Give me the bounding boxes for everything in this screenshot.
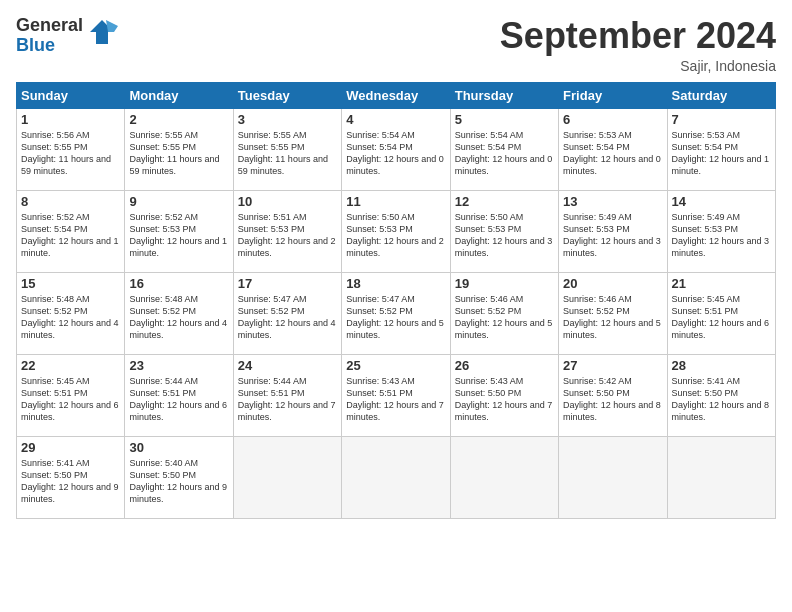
table-row: 18Sunrise: 5:47 AMSunset: 5:52 PMDayligh… <box>342 272 450 354</box>
day-number: 17 <box>238 276 337 291</box>
table-row: 19Sunrise: 5:46 AMSunset: 5:52 PMDayligh… <box>450 272 558 354</box>
table-row: 5Sunrise: 5:54 AMSunset: 5:54 PMDaylight… <box>450 108 558 190</box>
table-row: 11Sunrise: 5:50 AMSunset: 5:53 PMDayligh… <box>342 190 450 272</box>
day-number: 20 <box>563 276 662 291</box>
table-row: 29Sunrise: 5:41 AMSunset: 5:50 PMDayligh… <box>17 436 125 518</box>
col-thursday: Thursday <box>450 82 558 108</box>
day-number: 19 <box>455 276 554 291</box>
day-number: 30 <box>129 440 228 455</box>
col-friday: Friday <box>559 82 667 108</box>
day-number: 18 <box>346 276 445 291</box>
calendar-week-2: 8Sunrise: 5:52 AMSunset: 5:54 PMDaylight… <box>17 190 776 272</box>
day-number: 23 <box>129 358 228 373</box>
day-info: Sunrise: 5:42 AMSunset: 5:50 PMDaylight:… <box>563 375 662 424</box>
table-row: 17Sunrise: 5:47 AMSunset: 5:52 PMDayligh… <box>233 272 341 354</box>
table-row: 21Sunrise: 5:45 AMSunset: 5:51 PMDayligh… <box>667 272 775 354</box>
table-row: 8Sunrise: 5:52 AMSunset: 5:54 PMDaylight… <box>17 190 125 272</box>
table-row: 7Sunrise: 5:53 AMSunset: 5:54 PMDaylight… <box>667 108 775 190</box>
table-row <box>342 436 450 518</box>
table-row: 26Sunrise: 5:43 AMSunset: 5:50 PMDayligh… <box>450 354 558 436</box>
logo-blue: Blue <box>16 35 55 55</box>
day-info: Sunrise: 5:45 AMSunset: 5:51 PMDaylight:… <box>672 293 771 342</box>
day-info: Sunrise: 5:41 AMSunset: 5:50 PMDaylight:… <box>21 457 120 506</box>
day-number: 2 <box>129 112 228 127</box>
table-row: 1Sunrise: 5:56 AMSunset: 5:55 PMDaylight… <box>17 108 125 190</box>
table-row: 13Sunrise: 5:49 AMSunset: 5:53 PMDayligh… <box>559 190 667 272</box>
table-row <box>233 436 341 518</box>
day-number: 4 <box>346 112 445 127</box>
day-info: Sunrise: 5:44 AMSunset: 5:51 PMDaylight:… <box>129 375 228 424</box>
day-number: 12 <box>455 194 554 209</box>
calendar-week-3: 15Sunrise: 5:48 AMSunset: 5:52 PMDayligh… <box>17 272 776 354</box>
day-info: Sunrise: 5:50 AMSunset: 5:53 PMDaylight:… <box>455 211 554 260</box>
table-row: 16Sunrise: 5:48 AMSunset: 5:52 PMDayligh… <box>125 272 233 354</box>
calendar-week-1: 1Sunrise: 5:56 AMSunset: 5:55 PMDaylight… <box>17 108 776 190</box>
table-row: 4Sunrise: 5:54 AMSunset: 5:54 PMDaylight… <box>342 108 450 190</box>
day-info: Sunrise: 5:48 AMSunset: 5:52 PMDaylight:… <box>129 293 228 342</box>
calendar-week-5: 29Sunrise: 5:41 AMSunset: 5:50 PMDayligh… <box>17 436 776 518</box>
table-row: 3Sunrise: 5:55 AMSunset: 5:55 PMDaylight… <box>233 108 341 190</box>
table-row: 22Sunrise: 5:45 AMSunset: 5:51 PMDayligh… <box>17 354 125 436</box>
day-number: 10 <box>238 194 337 209</box>
day-info: Sunrise: 5:41 AMSunset: 5:50 PMDaylight:… <box>672 375 771 424</box>
day-info: Sunrise: 5:52 AMSunset: 5:53 PMDaylight:… <box>129 211 228 260</box>
table-row: 28Sunrise: 5:41 AMSunset: 5:50 PMDayligh… <box>667 354 775 436</box>
col-saturday: Saturday <box>667 82 775 108</box>
day-number: 3 <box>238 112 337 127</box>
table-row: 25Sunrise: 5:43 AMSunset: 5:51 PMDayligh… <box>342 354 450 436</box>
day-number: 24 <box>238 358 337 373</box>
day-number: 22 <box>21 358 120 373</box>
day-info: Sunrise: 5:48 AMSunset: 5:52 PMDaylight:… <box>21 293 120 342</box>
day-number: 5 <box>455 112 554 127</box>
day-number: 8 <box>21 194 120 209</box>
table-row: 27Sunrise: 5:42 AMSunset: 5:50 PMDayligh… <box>559 354 667 436</box>
day-number: 21 <box>672 276 771 291</box>
header: General Blue September 2024 Sajir, Indon… <box>16 16 776 74</box>
day-number: 15 <box>21 276 120 291</box>
day-info: Sunrise: 5:56 AMSunset: 5:55 PMDaylight:… <box>21 129 120 178</box>
day-number: 6 <box>563 112 662 127</box>
day-number: 27 <box>563 358 662 373</box>
day-info: Sunrise: 5:47 AMSunset: 5:52 PMDaylight:… <box>238 293 337 342</box>
col-wednesday: Wednesday <box>342 82 450 108</box>
day-info: Sunrise: 5:52 AMSunset: 5:54 PMDaylight:… <box>21 211 120 260</box>
day-number: 1 <box>21 112 120 127</box>
day-info: Sunrise: 5:54 AMSunset: 5:54 PMDaylight:… <box>455 129 554 178</box>
logo-icon <box>86 16 118 48</box>
day-info: Sunrise: 5:49 AMSunset: 5:53 PMDaylight:… <box>672 211 771 260</box>
col-sunday: Sunday <box>17 82 125 108</box>
calendar-week-4: 22Sunrise: 5:45 AMSunset: 5:51 PMDayligh… <box>17 354 776 436</box>
logo: General Blue <box>16 16 118 56</box>
day-info: Sunrise: 5:50 AMSunset: 5:53 PMDaylight:… <box>346 211 445 260</box>
day-info: Sunrise: 5:55 AMSunset: 5:55 PMDaylight:… <box>129 129 228 178</box>
table-row: 9Sunrise: 5:52 AMSunset: 5:53 PMDaylight… <box>125 190 233 272</box>
day-number: 26 <box>455 358 554 373</box>
table-row: 10Sunrise: 5:51 AMSunset: 5:53 PMDayligh… <box>233 190 341 272</box>
day-number: 13 <box>563 194 662 209</box>
logo-general: General <box>16 15 83 35</box>
table-row <box>667 436 775 518</box>
table-row: 20Sunrise: 5:46 AMSunset: 5:52 PMDayligh… <box>559 272 667 354</box>
table-row: 12Sunrise: 5:50 AMSunset: 5:53 PMDayligh… <box>450 190 558 272</box>
table-row: 15Sunrise: 5:48 AMSunset: 5:52 PMDayligh… <box>17 272 125 354</box>
day-info: Sunrise: 5:45 AMSunset: 5:51 PMDaylight:… <box>21 375 120 424</box>
day-info: Sunrise: 5:51 AMSunset: 5:53 PMDaylight:… <box>238 211 337 260</box>
day-number: 29 <box>21 440 120 455</box>
table-row: 6Sunrise: 5:53 AMSunset: 5:54 PMDaylight… <box>559 108 667 190</box>
title-area: September 2024 Sajir, Indonesia <box>500 16 776 74</box>
month-title: September 2024 <box>500 16 776 56</box>
page: General Blue September 2024 Sajir, Indon… <box>0 0 792 612</box>
table-row: 24Sunrise: 5:44 AMSunset: 5:51 PMDayligh… <box>233 354 341 436</box>
table-row <box>559 436 667 518</box>
table-row <box>450 436 558 518</box>
svg-marker-1 <box>106 20 118 32</box>
table-row: 14Sunrise: 5:49 AMSunset: 5:53 PMDayligh… <box>667 190 775 272</box>
day-number: 9 <box>129 194 228 209</box>
day-info: Sunrise: 5:53 AMSunset: 5:54 PMDaylight:… <box>672 129 771 178</box>
day-number: 11 <box>346 194 445 209</box>
day-info: Sunrise: 5:47 AMSunset: 5:52 PMDaylight:… <box>346 293 445 342</box>
calendar-table: Sunday Monday Tuesday Wednesday Thursday… <box>16 82 776 519</box>
day-number: 25 <box>346 358 445 373</box>
table-row: 2Sunrise: 5:55 AMSunset: 5:55 PMDaylight… <box>125 108 233 190</box>
day-info: Sunrise: 5:46 AMSunset: 5:52 PMDaylight:… <box>563 293 662 342</box>
